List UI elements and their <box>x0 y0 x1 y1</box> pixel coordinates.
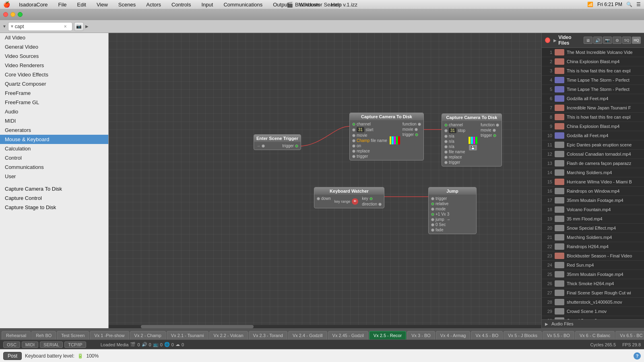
cc1-movie-out[interactable] <box>415 128 418 131</box>
scene-tab[interactable]: Vx 2.2 - Volcan <box>209 331 248 339</box>
cc2-movie-out[interactable] <box>493 129 496 132</box>
scene-tab[interactable]: Rehearsal <box>2 331 31 339</box>
video-file-item[interactable]: 5Time Lapse The Storm - Perfect <box>542 85 644 94</box>
maximize-button[interactable] <box>18 12 23 17</box>
canvas-scrollbar-thumb[interactable] <box>141 325 254 328</box>
enter-scene-trigger-node[interactable]: Enter Scene Trigger → trigger <box>254 134 301 150</box>
scene-tab[interactable]: Vx 5 - J Blocks <box>504 331 542 339</box>
post-button[interactable]: Post <box>3 352 22 360</box>
right-panel-close[interactable] <box>545 37 550 43</box>
cc2-function-out[interactable] <box>496 123 499 127</box>
search-input[interactable] <box>15 24 63 29</box>
video-file-item[interactable]: 29Crowd Scene 1.mov <box>542 307 644 316</box>
minimize-button[interactable] <box>10 12 15 17</box>
scene-tab[interactable]: Vx 4.5 - BO <box>471 331 503 339</box>
scene-tab[interactable]: Test Screen <box>57 331 89 339</box>
sidebar-item-quartz-composer[interactable]: Quartz Composer <box>0 79 108 88</box>
close-button[interactable] <box>3 12 8 17</box>
scene-tab[interactable]: Vx 2.45 - Godzil <box>328 331 368 339</box>
video-file-item[interactable]: 11Epic Dantes peak eruption scene <box>542 140 644 150</box>
sidebar-item-audio[interactable]: Audio <box>0 107 108 116</box>
sidebar-item-user[interactable]: User <box>0 172 108 181</box>
menu-input[interactable]: Input <box>200 2 215 8</box>
search-box[interactable]: ▼ × <box>8 22 72 31</box>
serial-button[interactable]: SERIAL <box>40 341 63 348</box>
help-icon[interactable]: ? <box>634 352 641 360</box>
panel-audio-btn[interactable]: 🔊 <box>593 37 602 44</box>
jump-val2-in[interactable] <box>431 223 434 226</box>
jump-fade-in[interactable] <box>431 228 434 232</box>
scene-tab[interactable]: Vx 2.4 - Godzill <box>288 331 327 339</box>
video-file-item[interactable]: 8This is how fast this fire can expl <box>542 113 644 122</box>
clear-search-button[interactable]: × <box>64 24 67 29</box>
scene-tab[interactable]: Vx 6.5 - BC <box>615 331 644 339</box>
cc2-filename-in[interactable] <box>444 150 448 154</box>
camera-icon-button[interactable]: 📷 <box>74 22 84 31</box>
cc2-na3-in[interactable] <box>444 145 448 148</box>
sidebar-item-control[interactable]: Control <box>0 153 108 162</box>
video-file-item[interactable]: 24Red Sun.mp4 <box>542 261 644 270</box>
sidebar-item-freeframe[interactable]: FreeFrame <box>0 88 108 98</box>
video-file-item[interactable]: 3This is how fast this fire can expl <box>542 66 644 76</box>
sidebar-item-video-sources[interactable]: Video Sources <box>0 51 108 61</box>
menu-edit[interactable]: Edit <box>76 2 88 8</box>
video-file-item[interactable]: 4Time Lapse The Storm - Perfect <box>542 76 644 85</box>
video-file-item[interactable]: 18Volcano Fountain.mp4 <box>542 205 644 214</box>
keyboard-watcher-node[interactable]: Keyboard Watcher down key range 👁 <box>314 187 384 208</box>
scene-tab[interactable]: Vx 1 -Pre-show <box>90 331 129 339</box>
cc2-stop-in[interactable] <box>444 129 448 132</box>
tcp-button[interactable]: TCP/IP <box>64 341 86 348</box>
canvas-scrollbar[interactable] <box>109 325 541 328</box>
sidebar-item-freeframe-gl[interactable]: FreeFrame GL <box>0 98 108 107</box>
video-file-item[interactable]: 6Godzilla all Feet.mp4 <box>542 94 644 103</box>
video-file-item[interactable]: 30Crowd Scene 2.mov <box>542 316 644 319</box>
cc1-start-in[interactable] <box>352 128 355 132</box>
cc2-replace-in[interactable] <box>444 156 448 159</box>
menu-actors[interactable]: Actors <box>144 2 163 8</box>
video-file-item[interactable]: 12Colossal Canadian tornadol.mp4 <box>542 150 644 159</box>
cc1-function-out[interactable] <box>418 123 421 126</box>
panel-hq-btn[interactable]: HQ <box>632 37 641 44</box>
kw-key-out[interactable] <box>369 197 373 200</box>
cc1-channel-in[interactable] <box>352 123 355 126</box>
scene-tab[interactable]: Vx 2 - Champ <box>130 331 166 339</box>
panel-gear-btn[interactable]: ⚙ <box>613 37 621 44</box>
video-file-item[interactable]: 20Snow Special Effect.mp4 <box>542 224 644 233</box>
sidebar-menu-icon[interactable]: ☰ <box>636 2 641 7</box>
sidebar-item-midi[interactable]: MIDI <box>0 116 108 125</box>
menu-file[interactable]: File <box>57 2 68 8</box>
cc2-trigger-out[interactable] <box>493 134 496 137</box>
video-file-item[interactable]: 1The Most Incredible Volcano Vide <box>542 48 644 57</box>
search-menu-icon[interactable]: 🔍 <box>626 2 632 7</box>
cc2-trigger-in[interactable] <box>444 161 448 164</box>
cc2-channel-in[interactable] <box>444 123 448 127</box>
scene-tab[interactable]: Vx 2.3 - Torand <box>249 331 287 339</box>
sidebar-item-general-video[interactable]: General Video <box>0 42 108 51</box>
sidebar-item-all-video[interactable]: All Video <box>0 33 108 42</box>
jump-trigger-in[interactable] <box>431 197 434 200</box>
scene-tab[interactable]: Vx 2.5 - Recor <box>369 331 406 339</box>
sidebar-item-generators[interactable]: Generators <box>0 125 108 135</box>
sidebar-item-capture-stage[interactable]: Capture Stage to Disk <box>0 203 108 212</box>
menu-app[interactable]: IsadoraCore <box>17 2 50 8</box>
panel-sq-btn[interactable]: SQ <box>622 37 631 44</box>
scene-tab[interactable]: Vx 4 - Armag <box>436 331 471 339</box>
video-file-item[interactable]: 23Blockbuster Season - Final Video <box>542 251 644 261</box>
enter-trigger-in-port[interactable] <box>262 144 265 148</box>
jump-mode-in[interactable] <box>431 208 434 211</box>
video-file-item[interactable]: 2535mm Moutain Footage.mp4 <box>542 270 644 279</box>
sidebar-item-core-video-effects[interactable]: Core Video Effects <box>0 70 108 79</box>
capture-camera-2-node[interactable]: Capture Camera To Disk channel 31 stop <box>442 113 502 167</box>
video-file-item[interactable]: 2China Explosion Blast.mp4 <box>542 57 644 66</box>
video-file-item[interactable]: 26Thick Smoke H264.mp4 <box>542 279 644 288</box>
kw-down-in[interactable] <box>317 197 320 200</box>
video-file-item[interactable]: 7Incredible New Japan Tsunami F <box>542 103 644 113</box>
video-file-item[interactable]: 28shutterstock_v1400605.mov <box>542 298 644 307</box>
apple-menu[interactable]: 🍎 <box>3 1 10 8</box>
menu-view[interactable]: View <box>95 2 109 8</box>
video-file-item[interactable]: 10Godzilla all Feet.mp4 <box>542 131 644 140</box>
capture-camera-1-node[interactable]: Capture Camera To Disk channel 31 start <box>349 113 424 160</box>
sidebar-item-mouse-keyboard[interactable]: Mouse & Keyboard <box>0 135 108 144</box>
scene-tab[interactable]: Vx 5.5 - BO <box>543 331 574 339</box>
cc1-trigger-in[interactable] <box>352 155 355 158</box>
